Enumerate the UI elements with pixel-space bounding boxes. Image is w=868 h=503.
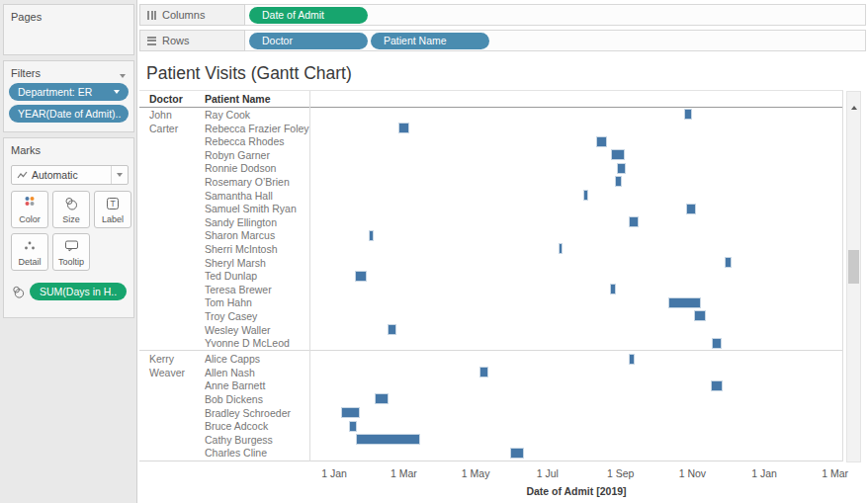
patient-name-column-header: Patient Name: [205, 93, 271, 105]
patient-label: Ted Dunlap: [205, 270, 309, 284]
tooltip-bubble-icon: [64, 234, 79, 257]
pages-title: Pages: [4, 5, 133, 23]
gantt-bar[interactable]: [669, 298, 700, 307]
pill-doctor[interactable]: Doctor: [249, 33, 368, 49]
patient-label: Wesley Waller: [205, 324, 309, 338]
gantt-bar[interactable]: [356, 272, 367, 281]
patient-label: Samuel Smith Ryan: [205, 203, 309, 216]
gantt-plot-area[interactable]: [309, 108, 843, 461]
gantt-bar[interactable]: [612, 150, 624, 159]
gantt-chart-body: John CarterKerry Weaver Ray CookRebecca …: [139, 108, 843, 461]
gantt-bar[interactable]: [712, 381, 723, 390]
mark-type-value: Automatic: [32, 169, 78, 181]
chevron-down-icon[interactable]: [114, 90, 120, 94]
gantt-bar[interactable]: [597, 137, 607, 146]
gantt-bar[interactable]: [480, 368, 487, 377]
size-button[interactable]: Size: [52, 191, 90, 228]
tableau-workspace: Pages Filters Department: ER YEAR(Date o…: [0, 0, 868, 503]
chevron-up-icon: [851, 106, 857, 110]
size-icon: [63, 192, 79, 214]
patient-label: Tom Hahn: [205, 296, 309, 310]
doctor-column-header: Doctor: [149, 93, 183, 105]
vertical-scrollbar[interactable]: [846, 91, 861, 462]
sidebar: Pages Filters Department: ER YEAR(Date o…: [0, 0, 137, 503]
detail-button[interactable]: Detail: [11, 233, 48, 271]
gantt-bar[interactable]: [389, 325, 395, 334]
gantt-bar[interactable]: [685, 110, 691, 119]
rows-shelf: Rows Doctor Patient Name: [139, 30, 866, 51]
x-axis-tick-label: 1 Sep: [607, 467, 634, 479]
patient-label: Rebecca Rhodes: [205, 135, 309, 149]
gantt-bar[interactable]: [342, 408, 359, 417]
patient-label: Troy Casey: [205, 310, 309, 324]
doctor-group-divider: [139, 350, 843, 351]
gantt-bar[interactable]: [511, 449, 523, 458]
x-axis-tick-label: 1 Jan: [321, 467, 347, 479]
gantt-bar[interactable]: [584, 191, 588, 200]
patient-label: Sandy Ellington: [205, 216, 309, 230]
patient-label: Ray Cook: [205, 109, 309, 123]
gantt-bar[interactable]: [560, 244, 563, 253]
scrollbar-thumb[interactable]: [848, 250, 859, 284]
rows-shelf-label-box: Rows: [139, 30, 245, 51]
gantt-bar[interactable]: [630, 217, 638, 226]
x-axis-tick-label: 1 Jul: [537, 467, 559, 479]
chevron-down-icon[interactable]: [111, 166, 128, 184]
gantt-bar[interactable]: [357, 435, 419, 444]
mark-type-dropdown[interactable]: Automatic: [11, 165, 129, 185]
automatic-mark-icon: [17, 170, 28, 181]
patient-label: Bruce Adcock: [205, 420, 309, 434]
tooltip-button[interactable]: Tooltip: [52, 233, 90, 271]
gantt-table: Doctor Patient Name John CarterKerry Wea…: [139, 90, 843, 461]
gantt-bar[interactable]: [695, 311, 706, 320]
pill-patient-name[interactable]: Patient Name: [371, 33, 489, 49]
marks-title: Marks: [4, 138, 133, 156]
marks-card: Marks Automatic Color: [3, 137, 134, 318]
columns-shelf: Columns Date of Admit: [139, 4, 866, 26]
patient-label: Alice Capps: [205, 353, 309, 367]
patient-label: Ronnie Dodson: [205, 162, 309, 176]
gantt-bar[interactable]: [618, 164, 625, 173]
svg-text:T: T: [110, 199, 115, 209]
label-button[interactable]: T Label: [94, 191, 131, 228]
gantt-bar[interactable]: [726, 258, 731, 267]
filters-card: Filters Department: ER YEAR(Date of Admi…: [3, 60, 134, 132]
chevron-down-icon[interactable]: [120, 74, 126, 78]
gantt-bar[interactable]: [687, 205, 695, 213]
gantt-bar[interactable]: [370, 231, 374, 240]
x-axis-tick-label: 1 Jan: [751, 467, 777, 479]
color-button[interactable]: Color: [11, 191, 48, 228]
patient-label: Sheryl Marsh: [205, 257, 309, 271]
patient-label: Samantha Hall: [205, 190, 309, 204]
doctor-labels-column: John CarterKerry Weaver: [139, 108, 205, 461]
gantt-bar[interactable]: [376, 394, 388, 403]
rows-shelf-tray[interactable]: Doctor Patient Name: [245, 30, 866, 51]
size-encoding-row: SUM(Days in H..: [11, 283, 127, 300]
gantt-bar[interactable]: [630, 355, 634, 364]
patient-label: Rebecca Frazier Foley: [205, 123, 309, 136]
columns-icon: [147, 11, 156, 20]
x-axis: Date of Admit [2019] 1 Jan1 Mar1 May1 Ju…: [139, 461, 843, 503]
filter-pill-department[interactable]: Department: ER: [9, 83, 129, 101]
rows-icon: [147, 37, 156, 45]
gantt-bar[interactable]: [399, 124, 409, 132]
pill-date-of-admit[interactable]: Date of Admit: [249, 7, 368, 24]
filter-pill-year-date-of-admit[interactable]: YEAR(Date of Admit)..: [9, 105, 129, 123]
gantt-bar[interactable]: [616, 177, 621, 186]
patient-label: Anne Barnett: [205, 379, 309, 393]
encoding-pill-sum-days[interactable]: SUM(Days in H..: [30, 283, 127, 300]
gantt-bar[interactable]: [350, 422, 356, 431]
patient-label: Charles Cline: [205, 447, 309, 461]
patient-label: Robyn Garner: [205, 149, 309, 163]
gantt-bar[interactable]: [611, 285, 615, 293]
scroll-up-button[interactable]: [847, 106, 860, 110]
x-axis-tick-label: 1 Mar: [391, 467, 417, 479]
column-headers: Doctor Patient Name: [139, 91, 843, 108]
color-dots-icon: [24, 192, 36, 214]
text-label-icon: T: [106, 192, 120, 214]
patient-label: Cathy Burgess: [205, 434, 309, 448]
patient-label: Allen Nash: [205, 367, 309, 380]
x-axis-tick-label: 1 May: [462, 467, 490, 479]
gantt-bar[interactable]: [713, 339, 721, 348]
columns-shelf-tray[interactable]: Date of Admit: [245, 4, 866, 26]
